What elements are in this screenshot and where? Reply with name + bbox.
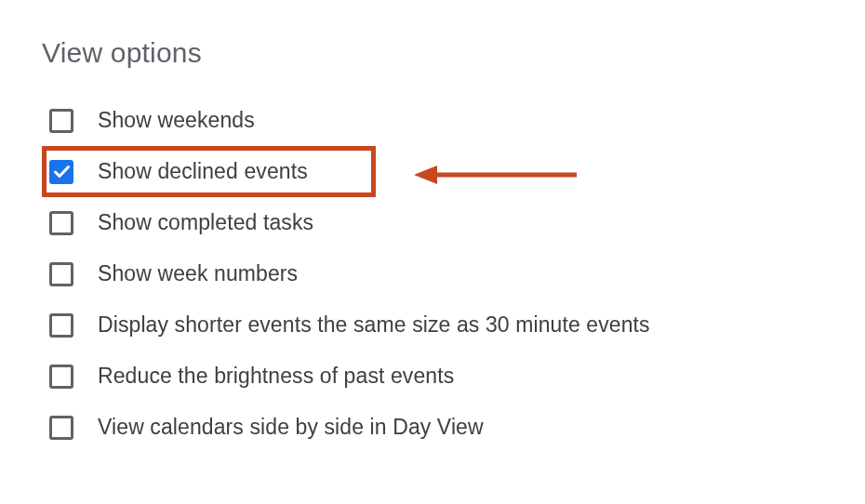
check-icon: [54, 165, 70, 179]
checkbox-show-completed-tasks[interactable]: [49, 211, 73, 235]
option-label: Show weekends: [98, 108, 255, 133]
checkbox-show-declined-events[interactable]: [49, 160, 73, 184]
option-reduce-brightness[interactable]: Reduce the brightness of past events: [42, 351, 865, 402]
checkbox-reduce-brightness[interactable]: [49, 365, 73, 389]
option-show-completed-tasks[interactable]: Show completed tasks: [42, 197, 865, 248]
section-title: View options: [42, 37, 865, 69]
option-side-by-side-day-view[interactable]: View calendars side by side in Day View: [42, 402, 865, 453]
checkbox-show-week-numbers[interactable]: [49, 262, 73, 286]
option-show-declined-events[interactable]: Show declined events: [42, 146, 376, 197]
option-display-shorter-events[interactable]: Display shorter events the same size as …: [42, 299, 865, 351]
option-show-weekends[interactable]: Show weekends: [42, 95, 865, 146]
option-label: Show declined events: [98, 159, 308, 184]
view-options-list: Show weekends Show declined events Show …: [42, 95, 865, 453]
option-label: Show week numbers: [98, 261, 298, 286]
checkbox-side-by-side-day-view[interactable]: [49, 416, 73, 440]
option-label: Display shorter events the same size as …: [98, 312, 650, 338]
option-label: View calendars side by side in Day View: [98, 415, 484, 440]
checkbox-show-weekends[interactable]: [49, 109, 73, 133]
option-label: Show completed tasks: [98, 210, 313, 235]
option-label: Reduce the brightness of past events: [98, 364, 454, 389]
option-show-week-numbers[interactable]: Show week numbers: [42, 248, 865, 299]
checkbox-display-shorter-events[interactable]: [49, 313, 73, 338]
